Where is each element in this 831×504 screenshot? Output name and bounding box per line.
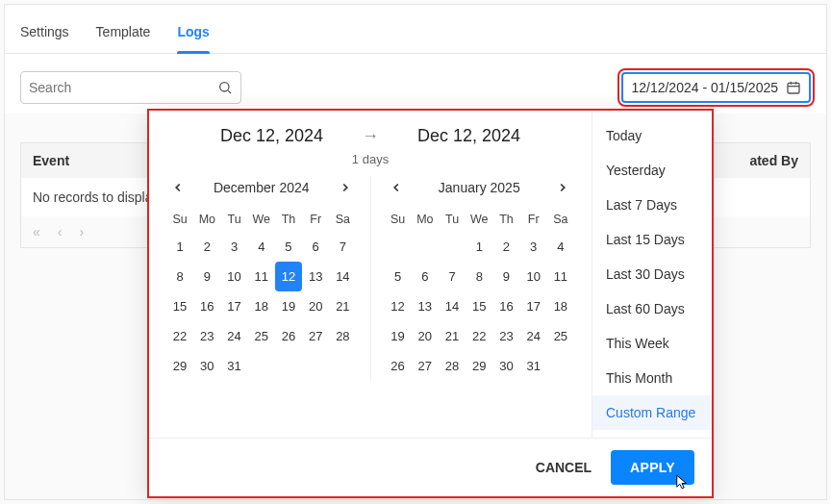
day-cell[interactable]: 10 [220, 262, 247, 291]
day-cell[interactable]: 28 [439, 351, 466, 381]
preset-item[interactable]: This Week [592, 326, 712, 361]
day-cell[interactable]: 13 [302, 262, 329, 291]
day-cell[interactable]: 10 [520, 262, 547, 291]
cancel-button[interactable]: CANCEL [536, 460, 592, 475]
preset-item[interactable]: Today [592, 118, 712, 153]
day-cell[interactable]: 15 [466, 291, 492, 321]
day-cell[interactable]: 16 [492, 291, 519, 321]
day-cell[interactable]: 6 [412, 262, 439, 291]
day-cell[interactable]: 3 [520, 232, 547, 262]
day-cell[interactable]: 14 [329, 262, 356, 291]
day-cell[interactable]: 1 [466, 232, 492, 262]
dow-cell: Fr [520, 207, 547, 232]
preset-item[interactable]: Yesterday [592, 153, 712, 188]
day-cell[interactable]: 17 [520, 291, 547, 321]
day-cell[interactable]: 21 [329, 291, 356, 321]
day-cell[interactable]: 8 [166, 262, 193, 291]
pager-next-icon[interactable]: › [79, 224, 84, 239]
day-cell[interactable]: 11 [547, 262, 574, 291]
calendar-icon [786, 80, 801, 95]
dow-cell: We [248, 207, 275, 232]
day-cell[interactable]: 29 [166, 351, 193, 381]
day-cell[interactable]: 27 [412, 351, 439, 381]
svg-line-1 [228, 90, 231, 93]
day-cell[interactable]: 20 [302, 291, 329, 321]
day-cell[interactable]: 13 [412, 291, 439, 321]
preset-item[interactable]: Last 60 Days [592, 291, 712, 326]
day-cell[interactable]: 2 [193, 232, 220, 262]
day-cell[interactable]: 12 [385, 291, 412, 321]
day-cell[interactable]: 23 [492, 321, 519, 351]
day-cell[interactable]: 25 [248, 321, 275, 351]
dow-cell: Sa [329, 207, 356, 232]
dow-row-left: SuMoTuWeThFrSa [166, 207, 357, 232]
tab-settings[interactable]: Settings [20, 16, 69, 53]
day-cell[interactable]: 24 [520, 321, 547, 351]
search-icon[interactable] [217, 80, 233, 95]
days-count: 1 days [166, 152, 574, 166]
day-cell[interactable]: 9 [193, 262, 220, 291]
day-cell[interactable]: 19 [275, 291, 302, 321]
day-cell[interactable]: 11 [248, 262, 275, 291]
day-cell[interactable]: 26 [385, 351, 412, 381]
day-cell[interactable]: 18 [547, 291, 574, 321]
day-cell[interactable]: 23 [193, 321, 220, 351]
day-cell[interactable]: 8 [466, 262, 492, 291]
day-cell[interactable]: 25 [547, 321, 574, 351]
day-cell[interactable]: 26 [275, 321, 302, 351]
day-cell[interactable]: 29 [466, 351, 492, 381]
preset-list: TodayYesterdayLast 7 DaysLast 15 DaysLas… [592, 111, 712, 438]
search-input[interactable] [29, 80, 217, 95]
next-month-right-icon[interactable] [551, 176, 574, 199]
day-cell[interactable]: 17 [220, 291, 247, 321]
prev-month-left-icon[interactable] [166, 176, 189, 199]
dow-cell: Fr [302, 207, 329, 232]
day-cell[interactable]: 31 [520, 351, 547, 381]
day-cell[interactable]: 28 [329, 321, 356, 351]
month-left-title: December 2024 [214, 180, 310, 195]
preset-item[interactable]: This Month [592, 361, 712, 395]
day-cell[interactable]: 5 [385, 262, 412, 291]
day-cell[interactable]: 22 [166, 321, 193, 351]
dow-cell: We [466, 207, 492, 232]
day-cell[interactable]: 16 [193, 291, 220, 321]
date-range-chip[interactable]: 12/12/2024 - 01/15/2025 [621, 72, 811, 103]
preset-item[interactable]: Custom Range [592, 395, 712, 430]
prev-month-right-icon[interactable] [385, 176, 408, 199]
apply-button[interactable]: APPLY [611, 450, 694, 485]
arrow-right-icon: → [362, 126, 379, 146]
day-cell[interactable]: 24 [220, 321, 247, 351]
day-cell[interactable]: 30 [492, 351, 519, 381]
day-cell[interactable]: 2 [492, 232, 519, 262]
pager-first-icon[interactable]: « [33, 224, 40, 239]
day-cell[interactable]: 21 [439, 321, 466, 351]
day-cell[interactable]: 27 [302, 321, 329, 351]
date-range-popup: Dec 12, 2024 → Dec 12, 2024 1 days Decem… [147, 109, 714, 498]
day-cell[interactable]: 4 [248, 232, 275, 262]
tab-template[interactable]: Template [96, 16, 151, 53]
day-cell[interactable]: 7 [329, 232, 356, 262]
day-cell[interactable]: 22 [466, 321, 492, 351]
day-cell[interactable]: 5 [275, 232, 302, 262]
search-box[interactable] [20, 71, 241, 104]
preset-item[interactable]: Last 30 Days [592, 257, 712, 291]
tab-logs[interactable]: Logs [177, 16, 209, 53]
day-cell[interactable]: 4 [547, 232, 574, 262]
preset-item[interactable]: Last 7 Days [592, 188, 712, 222]
day-cell[interactable]: 7 [439, 262, 466, 291]
pager-prev-icon[interactable]: ‹ [58, 224, 63, 239]
preset-item[interactable]: Last 15 Days [592, 222, 712, 257]
day-cell[interactable]: 20 [412, 321, 439, 351]
day-cell[interactable]: 12 [275, 262, 302, 291]
day-cell[interactable]: 15 [166, 291, 193, 321]
day-cell[interactable]: 1 [166, 232, 193, 262]
day-cell[interactable]: 3 [220, 232, 247, 262]
day-cell[interactable]: 30 [193, 351, 220, 381]
next-month-left-icon[interactable] [334, 176, 357, 199]
day-cell[interactable]: 31 [220, 351, 247, 381]
day-cell[interactable]: 6 [302, 232, 329, 262]
day-cell[interactable]: 14 [439, 291, 466, 321]
day-cell[interactable]: 19 [385, 321, 412, 351]
day-cell[interactable]: 9 [492, 262, 519, 291]
day-cell[interactable]: 18 [248, 291, 275, 321]
